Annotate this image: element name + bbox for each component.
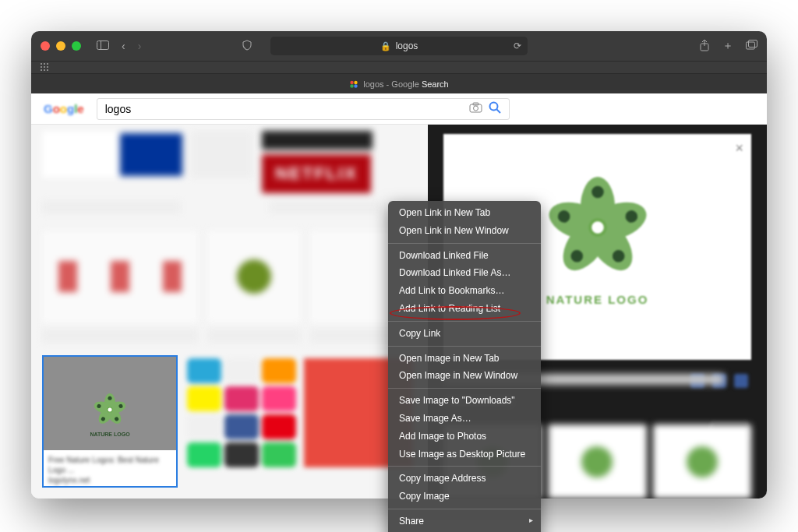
- result-thumb[interactable]: [207, 231, 301, 322]
- result-thumb-app-icons[interactable]: [187, 358, 296, 467]
- result-caption: [270, 201, 380, 213]
- context-menu-item[interactable]: Add Image to Photos: [388, 428, 541, 446]
- camera-icon[interactable]: [469, 102, 482, 115]
- google-logo[interactable]: Google: [41, 100, 87, 117]
- result-thumb[interactable]: [262, 131, 373, 150]
- result-thumb[interactable]: [42, 231, 198, 322]
- refresh-icon[interactable]: ⟳: [514, 41, 521, 51]
- close-window-button[interactable]: [41, 41, 50, 51]
- sidebar-icon[interactable]: [97, 40, 109, 52]
- svg-rect-8: [41, 66, 42, 68]
- privacy-report-icon[interactable]: [242, 40, 252, 53]
- context-menu-item[interactable]: Use Image as Desktop Picture: [388, 446, 541, 463]
- url-text: logos: [396, 41, 418, 51]
- context-menu-item[interactable]: Copy Image Address: [388, 470, 541, 488]
- tab-favicon: [349, 79, 358, 89]
- context-menu-item[interactable]: Add Link to Bookmarks…: [388, 282, 541, 300]
- context-menu-item[interactable]: Save Image to "Downloads": [388, 392, 541, 410]
- context-menu-separator: [388, 466, 541, 467]
- toolbar-left: ‹ ›: [97, 40, 141, 52]
- window-controls: [41, 41, 81, 51]
- result-caption: [42, 201, 181, 213]
- context-menu-separator: [388, 321, 541, 322]
- svg-point-14: [351, 80, 354, 83]
- result-caption: [42, 329, 198, 343]
- url-bar[interactable]: 🔒 logos ⟳: [270, 37, 528, 55]
- new-tab-icon[interactable]: ＋: [722, 39, 733, 53]
- maximize-window-button[interactable]: [72, 41, 81, 51]
- minimize-window-button[interactable]: [56, 41, 65, 51]
- svg-rect-4: [749, 41, 757, 48]
- svg-line-22: [496, 110, 500, 114]
- related-thumb[interactable]: [653, 425, 751, 499]
- search-input[interactable]: [105, 103, 463, 115]
- tab-bar: logos - Google Search: [31, 73, 767, 93]
- svg-rect-3: [747, 42, 755, 49]
- context-menu-item[interactable]: Open Link in New Tab: [388, 204, 541, 222]
- svg-point-17: [355, 84, 358, 87]
- svg-point-15: [355, 80, 358, 83]
- tab-title[interactable]: logos - Google Search: [363, 79, 448, 89]
- context-menu-item[interactable]: Open Image in New Tab: [388, 350, 541, 368]
- svg-point-16: [351, 84, 354, 87]
- selected-result[interactable]: NATURE LOGO Free Nature Logos: Best Natu…: [42, 355, 178, 488]
- context-menu-item[interactable]: Copy Image: [388, 488, 541, 506]
- related-thumb[interactable]: [548, 425, 646, 499]
- svg-rect-5: [41, 63, 42, 65]
- context-menu-item[interactable]: Share: [388, 513, 541, 530]
- selected-result-image: NATURE LOGO: [44, 357, 176, 450]
- svg-point-21: [489, 103, 497, 111]
- svg-rect-10: [47, 66, 48, 68]
- svg-point-19: [473, 106, 478, 111]
- forward-icon[interactable]: ›: [138, 40, 142, 52]
- lock-icon: 🔒: [380, 41, 391, 51]
- context-menu-item[interactable]: Add Link to Reading List: [388, 300, 541, 318]
- thumb-logo-label: NATURE LOGO: [90, 432, 129, 437]
- search-box[interactable]: [97, 98, 510, 120]
- favorites-bar: [31, 61, 767, 73]
- context-menu-item[interactable]: Download Linked File: [388, 247, 541, 265]
- result-thumb[interactable]: [120, 133, 182, 176]
- context-menu-item[interactable]: Copy Link: [388, 325, 541, 343]
- selected-result-caption: Free Nature Logos: Best Nature Logo ... …: [44, 450, 176, 490]
- svg-rect-7: [47, 63, 48, 65]
- close-preview-icon[interactable]: ×: [735, 140, 743, 157]
- svg-rect-11: [41, 69, 42, 71]
- search-icon[interactable]: [489, 101, 501, 116]
- tabs-overview-icon[interactable]: [746, 40, 757, 52]
- share-icon[interactable]: [699, 39, 710, 54]
- context-menu-separator: [388, 243, 541, 244]
- svg-rect-9: [44, 66, 45, 68]
- svg-rect-13: [47, 69, 48, 71]
- result-thumb[interactable]: [192, 131, 252, 178]
- result-caption: [207, 329, 301, 343]
- result-thumb[interactable]: NETFLIX: [262, 154, 371, 193]
- svg-rect-6: [44, 63, 45, 65]
- context-menu-item[interactable]: Download Linked File As…: [388, 264, 541, 282]
- svg-rect-0: [97, 41, 109, 50]
- bookmarks-grid-icon[interactable]: [41, 63, 48, 72]
- context-menu-item[interactable]: Open Image in New Window: [388, 367, 541, 385]
- toolbar-right: ＋: [699, 39, 757, 54]
- context-menu-item[interactable]: Open Link in New Window: [388, 222, 541, 240]
- context-menu: Open Link in New TabOpen Link in New Win…: [388, 201, 541, 532]
- context-menu-separator: [388, 388, 541, 389]
- context-menu-item[interactable]: Save Image As…: [388, 410, 541, 428]
- back-icon[interactable]: ‹: [122, 40, 125, 52]
- titlebar: ‹ › 🔒 logos ⟳ ＋: [31, 31, 767, 61]
- preview-logo-label: NATURE LOGO: [546, 293, 649, 306]
- context-menu-separator: [388, 346, 541, 347]
- context-menu-separator: [388, 509, 541, 509]
- svg-rect-12: [44, 69, 45, 71]
- nature-logo-graphic: [547, 177, 648, 278]
- nature-logo-graphic: [94, 393, 126, 426]
- google-search-bar: Google: [31, 93, 767, 125]
